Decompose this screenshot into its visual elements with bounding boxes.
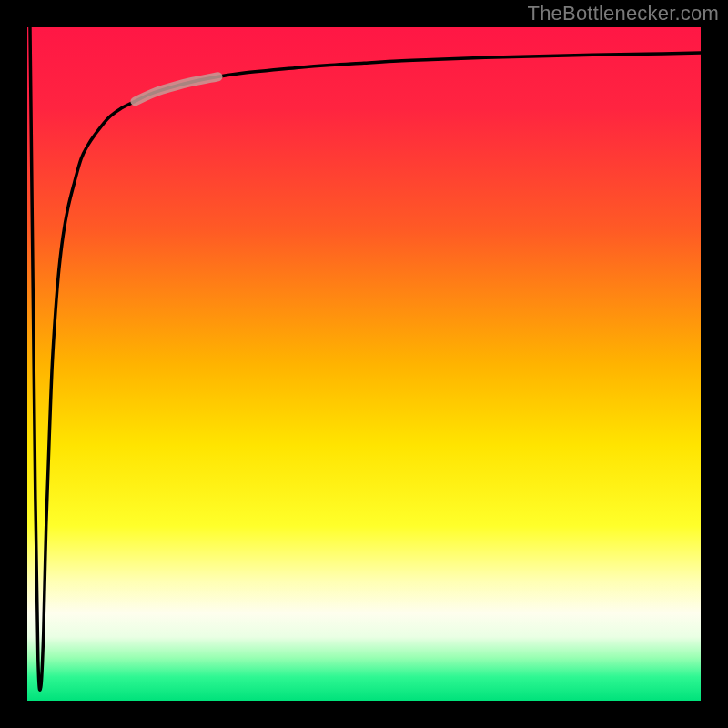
attribution-text: TheBottlenecker.com <box>528 2 719 25</box>
bottleneck-chart-canvas <box>0 0 728 728</box>
chart-stage: { "attribution": "TheBottlenecker.com", … <box>0 0 728 728</box>
